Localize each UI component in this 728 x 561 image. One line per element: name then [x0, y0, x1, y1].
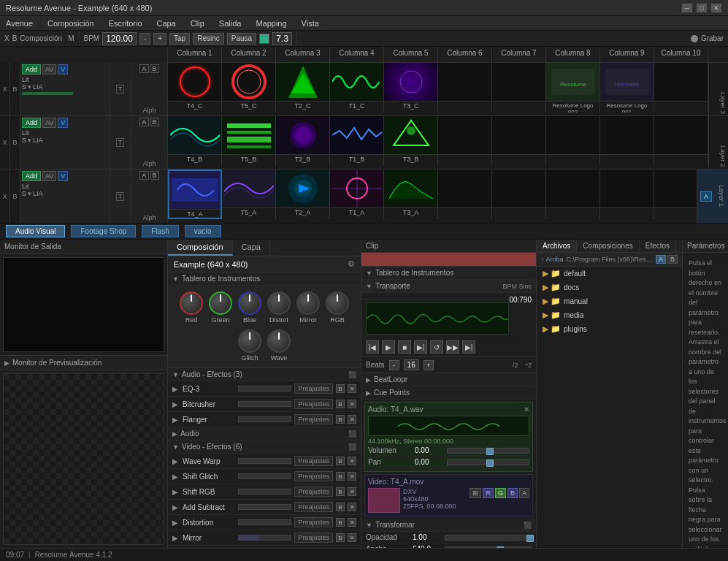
instruments-header[interactable]: ▼ Tablero de Instrumentos	[168, 272, 361, 286]
shift-glitch-preset[interactable]: Preajustes	[294, 471, 333, 481]
opacity-value[interactable]: 1.00	[413, 533, 442, 541]
clip-layer2-6[interactable]	[438, 116, 492, 166]
audio-effects-collapse[interactable]: ⬛	[348, 371, 356, 378]
wave-warp-bypass[interactable]: B	[336, 457, 345, 465]
shift-rgb-delete[interactable]: ✕	[348, 487, 356, 496]
bpm-value[interactable]: 120.00	[102, 32, 137, 45]
menu-escritorio[interactable]: Escritorio	[106, 19, 145, 28]
folder-docs[interactable]: ▶ 📁 docs	[537, 280, 682, 294]
clip-layer2-3[interactable]: T2_B	[276, 116, 330, 166]
flanger-bypass[interactable]: B	[336, 415, 345, 424]
shift-rgb-bypass[interactable]: B	[336, 487, 345, 496]
clip-layer3-6[interactable]	[438, 63, 492, 112]
knob-glitch[interactable]: Glitch	[238, 329, 261, 362]
audio-collapse-btn[interactable]: ⬛	[348, 430, 356, 438]
flanger-delete[interactable]: ✕	[348, 415, 356, 424]
pan-slider[interactable]	[447, 459, 529, 465]
bpm-minus[interactable]: -	[139, 33, 150, 45]
eq3-expand[interactable]: ▶	[172, 385, 180, 393]
menu-vista[interactable]: Vista	[299, 19, 322, 28]
knob-glitch-control[interactable]	[238, 329, 261, 353]
beats-minus[interactable]: -	[389, 360, 399, 370]
clip-layer2-8[interactable]	[546, 116, 600, 166]
folder-manual[interactable]: ▶ 📁 manual	[537, 294, 682, 308]
layer2-add-btn[interactable]: Add	[22, 118, 41, 128]
window-controls[interactable]: ─ □ ✕	[681, 3, 722, 13]
layer1-b[interactable]: B	[12, 193, 17, 200]
tap-button[interactable]: Tap	[169, 33, 190, 45]
wave-warp-delete[interactable]: ✕	[348, 457, 356, 465]
flanger-expand[interactable]: ▶	[172, 416, 180, 424]
menu-composicion[interactable]: Composición	[45, 19, 97, 28]
maximize-button[interactable]: □	[696, 3, 708, 13]
layer3-b[interactable]: B	[12, 85, 17, 93]
bitcrusher-preset[interactable]: Preajustes	[294, 399, 333, 409]
mirror-bypass[interactable]: B	[336, 533, 345, 542]
knob-distort-control[interactable]	[267, 291, 291, 315]
layer3-b2[interactable]: B	[150, 64, 159, 73]
knob-rgb-control[interactable]	[326, 291, 349, 315]
bitcrusher-bypass[interactable]: B	[336, 400, 345, 408]
path-a-btn[interactable]: A	[656, 255, 666, 264]
bpm-plus[interactable]: +	[153, 33, 166, 45]
knob-red[interactable]: Red	[180, 291, 203, 324]
layer3-x[interactable]: X	[2, 85, 7, 93]
clip-transform-header[interactable]: ▼ Transformar ⬛	[361, 519, 536, 532]
video-effects-collapse[interactable]: ⬛	[348, 443, 356, 451]
shift-glitch-delete[interactable]: ✕	[348, 472, 356, 481]
knob-wave-control[interactable]	[267, 329, 291, 353]
clip-layer3-9[interactable]: resolume Resolume Logo 001	[600, 63, 654, 112]
beatloopr-header[interactable]: ▶ BeatLoopr	[361, 373, 536, 386]
clip-layer1-3[interactable]: T2_A	[276, 169, 330, 219]
beats-plus[interactable]: +	[424, 360, 434, 370]
tab-efectos[interactable]: Efectos	[640, 240, 676, 252]
menu-capa[interactable]: Capa	[154, 19, 179, 28]
audio-effects-header[interactable]: ▼ Audio - Efectos (3) ⬛	[168, 368, 361, 381]
clip-layer3-3[interactable]: T2_C	[276, 63, 330, 112]
knob-wave[interactable]: Wave	[267, 329, 291, 362]
distortion-bypass[interactable]: B	[336, 518, 345, 527]
knob-blue[interactable]: Blue	[238, 291, 261, 324]
menu-mapping[interactable]: Mapping	[253, 19, 289, 28]
folder-plugins[interactable]: ▶ 📁 plugins	[537, 322, 682, 336]
layer1-add-btn[interactable]: Add	[22, 171, 41, 181]
flanger-preset[interactable]: Preajustes	[294, 414, 333, 424]
clip-layer2-7[interactable]	[492, 116, 546, 166]
knob-red-control[interactable]	[180, 291, 203, 315]
add-subtract-preset[interactable]: Preajustes	[294, 502, 333, 512]
tab-flash[interactable]: Flash	[142, 225, 178, 237]
tab-composiciones[interactable]: Composiciones	[577, 240, 639, 252]
clip-layer3-10[interactable]	[654, 63, 708, 112]
tab-archivos[interactable]: Archivos	[537, 240, 577, 252]
clip-ff-btn[interactable]: ▶▶	[446, 340, 459, 354]
knob-mirror-control[interactable]	[296, 291, 320, 315]
mirror-delete[interactable]: ✕	[348, 533, 356, 542]
clip-name-field[interactable]: T4_A	[361, 253, 536, 267]
layer2-b[interactable]: B	[12, 139, 17, 146]
clip-layer3-2[interactable]: T5_C	[222, 63, 276, 112]
clip-layer1-2[interactable]: T5_A	[222, 169, 276, 219]
clip-layer1-5[interactable]: T3_A	[384, 169, 438, 219]
menu-clip[interactable]: Clip	[188, 19, 207, 28]
audio-section-header[interactable]: ▶ Audio ⬛	[168, 427, 361, 440]
record-label[interactable]: Grabar	[701, 34, 724, 42]
path-b-btn[interactable]: B	[667, 255, 678, 264]
clip-instruments-header[interactable]: ▼ Tablero de Instrumentos	[361, 267, 536, 280]
clip-layer2-10[interactable]	[654, 116, 708, 166]
tab-audiovisual[interactable]: Audio Visual	[6, 225, 65, 237]
clip-end-btn[interactable]: ▶|	[462, 340, 475, 354]
clip-layer1-7[interactable]	[492, 169, 546, 219]
folder-media[interactable]: ▶ 📁 media	[537, 308, 682, 322]
preview-expand[interactable]: ▶	[4, 359, 9, 367]
bitcrusher-delete[interactable]: ✕	[348, 400, 356, 408]
clip-layer2-5[interactable]: T3_B	[384, 116, 438, 166]
pan-value[interactable]: 0.00	[415, 458, 444, 466]
clip-next-btn[interactable]: ▶|	[414, 340, 427, 354]
distortion-preset[interactable]: Preajustes	[294, 517, 333, 527]
mirror-preset[interactable]: Preajustes	[294, 533, 333, 543]
clip-layer3-7[interactable]	[492, 63, 546, 112]
audio-close[interactable]: ✕	[524, 405, 529, 413]
resinc-button[interactable]: Resinc	[193, 33, 224, 45]
volume-value[interactable]: 0.00	[415, 446, 444, 454]
layer3-a[interactable]: A	[139, 64, 148, 73]
